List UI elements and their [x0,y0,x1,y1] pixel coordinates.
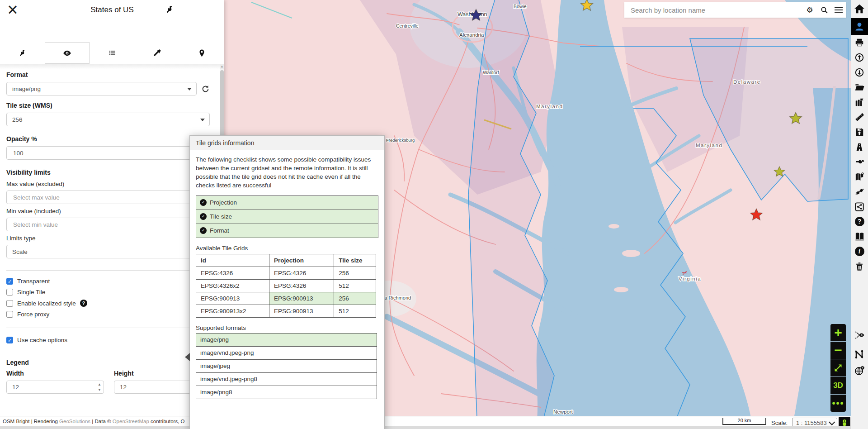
scroll-up-arrow[interactable]: ▲ [220,64,224,69]
map-label: Virginia [679,276,701,281]
attribution-link[interactable]: OpenStreetMap [113,419,149,424]
sidebar-item-print[interactable] [851,35,868,50]
limits-type-select[interactable]: Scale [6,245,210,258]
catalog-icon [854,97,864,107]
divider [6,270,210,271]
3d-toggle-button[interactable]: 3D [830,377,846,394]
sidebar-item-identify[interactable] [851,328,868,343]
checkbox-icon[interactable] [6,311,13,318]
popover-description: The following checklist shows some possi… [196,155,378,190]
stepper-arrows[interactable]: ▲▼ [98,382,101,392]
more-tools-button[interactable]: ••• [830,395,846,412]
search-bar: ⚙ [624,2,846,18]
wrench-icon [165,5,175,14]
help-icon: ? [80,300,87,307]
search-input[interactable] [624,6,802,14]
sidebar-item-share[interactable] [851,199,868,214]
fullscreen-button[interactable] [830,359,846,377]
sidebar-item-help[interactable]: ? [851,214,868,229]
search-menu-button[interactable] [831,2,846,18]
limits-type-label: Limits type [6,235,210,242]
sidebar-item-street-maps[interactable] [851,169,868,184]
checkbox-icon[interactable] [6,289,13,296]
eye-icon [62,48,72,58]
wrench-icon [18,49,27,57]
sidebar-item-annotations[interactable] [851,347,868,362]
search-submit-button[interactable] [817,2,831,18]
zoom-in-button[interactable]: + [830,324,846,341]
tab-style[interactable] [90,42,134,64]
opacity-label: Opacity % [6,135,210,143]
use-cache-checkbox-row[interactable]: ✓ Use cache options i [6,336,210,343]
transparent-checkbox-row[interactable]: ✓Transparent [6,278,210,285]
globe-settings-icon [854,365,865,376]
bottom-strip [0,426,868,429]
map-label: Newport [553,409,573,415]
map-label: Waldorf [483,70,499,75]
force-proxy-checkbox-row[interactable]: Force proxy [6,311,210,318]
identify-icon [854,329,865,341]
print-icon [854,38,864,48]
display-settings-form: Format image/png Tile size (WMS) 256 Opa… [0,64,220,429]
sidebar-item-home[interactable] [851,0,868,18]
panel-tool-button[interactable] [163,3,176,16]
tab-display[interactable] [45,42,90,64]
save-icon [854,127,864,137]
attribution-link[interactable]: GeoSolutions [59,419,90,424]
tile-grids-title: Available Tile Grids [196,245,378,252]
road-itinerary-icon [854,142,864,152]
checkbox-checked-icon[interactable]: ✓ [6,337,13,343]
popover-title: Tile grids information [190,136,384,150]
tile-size-select[interactable]: 256 [6,113,210,126]
check-row-projection: ✓Projection [196,195,378,210]
gear-icon: ⚙ [806,6,813,14]
opacity-field[interactable] [6,146,210,160]
sidebar-item-itinerary[interactable] [851,139,868,154]
check-row-tile-size: ✓Tile size [196,210,378,224]
sidebar-item-measure[interactable] [851,110,868,124]
sidebar-item-settings[interactable] [851,154,868,169]
sidebar-item-tutorial[interactable] [851,229,868,244]
sidebar-item-save[interactable] [851,124,868,139]
panel-title: States of US [0,5,224,14]
refresh-formats-icon[interactable] [201,85,210,93]
export-icon [854,52,864,62]
sidebar-item-globe-settings[interactable] [851,363,868,378]
check-row-format: ✓Format [196,224,378,238]
sidebar-item-trash[interactable] [851,259,868,274]
checkbox-icon[interactable] [6,300,13,307]
single-tile-checkbox-row[interactable]: Single Tile [6,289,210,296]
table-row: EPSG:900913EPSG:900913256 [196,292,376,305]
localized-style-checkbox-row[interactable]: Enable localized style? [6,300,210,307]
legend-width-field[interactable]: ▲▼ [6,381,104,394]
sidebar-item-catalog[interactable] [851,95,868,110]
sidebar-item-user[interactable] [851,18,868,35]
hamburger-icon [835,7,843,13]
check-ok-icon: ✓ [200,227,207,234]
zoom-controls: + − 3D ••• [830,324,846,412]
tile-grids-table: Id Projection Tile size EPSG:4326EPSG:43… [196,254,376,318]
compatibility-checklist: ✓Projection ✓Tile size ✓Format [196,195,378,238]
chevron-down-icon [200,119,205,121]
tab-feature-info[interactable] [179,42,224,64]
sidebar-item-plugin[interactable] [851,184,868,199]
sidebar-item-about[interactable]: i [851,244,868,259]
sidebar-item-open-map[interactable] [851,80,868,95]
tab-pick[interactable] [135,42,179,64]
sidebar-item-import[interactable] [851,65,868,80]
check-ok-icon: ✓ [200,199,207,206]
chevron-down-icon [187,88,192,91]
zoom-out-button[interactable]: − [830,342,846,359]
scale-bar: 20 km [722,418,766,425]
max-value-field[interactable] [6,191,210,204]
help-icon: ? [855,217,864,226]
tab-general[interactable] [0,42,45,64]
search-options-button[interactable]: ⚙ [802,2,817,18]
sidebar-item-export[interactable] [851,50,868,65]
chevron-down-icon [829,419,835,425]
format-select[interactable]: image/png [6,82,197,95]
map-label: Fredericksburg [386,138,415,143]
trash-icon [854,262,864,272]
checkbox-checked-icon[interactable]: ✓ [6,278,13,285]
min-value-field[interactable] [6,218,210,231]
